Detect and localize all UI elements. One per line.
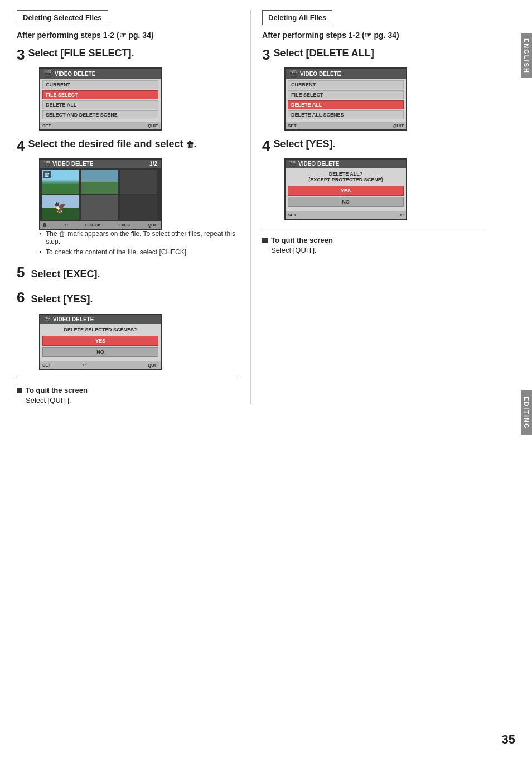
right-yes-button[interactable]: YES (288, 186, 404, 196)
footer-back2: ↩ (82, 363, 86, 368)
right-step4-text: Select [YES]. (273, 138, 335, 151)
left-step5-number: 5 (17, 264, 25, 281)
footer-quit: QUIT (148, 123, 158, 128)
r-footer-back: ↩ (400, 213, 404, 218)
menu-current: CURRENT (42, 80, 158, 89)
thumb-cell-5 (81, 195, 118, 220)
right-step3-screen-header: 🎬 VIDEO DELETE (286, 69, 406, 79)
square-icon (17, 388, 22, 393)
left-step5-text: Select [EXEC]. (31, 268, 100, 279)
right-after-steps: After performing steps 1-2 (☞ pg. 34) (262, 31, 485, 40)
left-to-quit: To quit the screen Select [QUIT]. (17, 386, 239, 404)
menu-file-select: FILE SELECT (42, 90, 158, 99)
left-step3-screen-footer: SET QUIT (40, 122, 161, 129)
right-to-quit: To quit the screen Select [QUIT]. (262, 236, 485, 254)
left-step6-footer: SET ↩ QUIT (40, 361, 161, 369)
left-section-title: Deleting Selected Files (17, 10, 108, 25)
dialog-delete-all: DELETE ALL? (EXCEPT PROTECTED SCENE) (288, 171, 404, 182)
editing-tab: EDITING (521, 390, 532, 435)
left-step3-screen-header: 🎬 VIDEO DELETE (40, 69, 161, 79)
r-footer-quit: QUIT (393, 123, 404, 128)
menu-delete-all: DELETE ALL (42, 100, 158, 109)
left-step4-text: Select the desired file and select 🗑. (28, 138, 196, 151)
right-step3-number: 3 (262, 47, 270, 62)
r-square-icon (262, 238, 268, 243)
footer-set2: SET (42, 363, 51, 368)
left-step3-number: 3 (17, 47, 25, 62)
right-step3-screen-footer: SET QUIT (286, 122, 406, 129)
right-step4-title: VIDEO DELETE (298, 161, 339, 167)
thumb-grid: 🗑 🦅 (40, 168, 161, 221)
footer-quit2: QUIT (148, 223, 158, 228)
left-step6-title: VIDEO DELETE (53, 316, 94, 322)
thumb-cell-3 (120, 170, 157, 194)
right-step3-screen: 🎬 VIDEO DELETE CURRENT FILE SELECT DELET… (284, 67, 407, 131)
right-to-quit-body: Select [QUIT]. (271, 246, 485, 254)
thumb-cell-6 (120, 195, 157, 220)
page-number: 35 (502, 732, 515, 747)
right-step4-number: 4 (262, 138, 270, 153)
left-step6: 6 Select [YES]. (17, 289, 239, 306)
right-step4: 4 Select [YES]. (262, 138, 485, 153)
left-step3-screen-title: VIDEO DELETE (55, 71, 95, 77)
right-step3-screen-body: CURRENT FILE SELECT DELETE ALL DELETE AL… (286, 79, 406, 122)
left-step6-screen: 🎬 VIDEO DELETE DELETE SELECTED SCENES? Y… (39, 314, 162, 370)
right-step4-header: 🎬 VIDEO DELETE (286, 160, 406, 168)
english-tab: ENGLISH (521, 33, 532, 78)
right-step4-screen: 🎬 VIDEO DELETE DELETE ALL? (EXCEPT PROTE… (284, 158, 407, 220)
left-yes-button[interactable]: YES (42, 336, 158, 346)
left-step3: 3 Select [FILE SELECT]. (17, 47, 239, 62)
left-step6-number: 6 (17, 289, 25, 306)
left-no-button[interactable]: NO (42, 347, 158, 357)
delete-mark-1: 🗑 (43, 171, 51, 178)
footer-trash-icon: 🗑 (42, 223, 47, 228)
video-icon: 🎬 (43, 70, 52, 78)
thumb-title: VIDEO DELETE (52, 161, 93, 167)
footer-back-icon: ↩ (64, 223, 68, 228)
right-step4-footer: SET ↩ (286, 211, 406, 219)
right-column: Deleting All Files After performing step… (251, 10, 485, 404)
left-step6-header: 🎬 VIDEO DELETE (40, 315, 161, 324)
video-icon3: 🎬 (43, 316, 50, 322)
r-menu-file-select: FILE SELECT (288, 90, 404, 99)
left-step4: 4 Select the desired file and select 🗑. (17, 138, 239, 153)
page-indicator: 1/2 (149, 161, 157, 167)
left-column: Deleting Selected Files After performing… (17, 10, 251, 404)
video-icon-r2: 🎬 (289, 161, 296, 167)
video-icon-r: 🎬 (289, 70, 297, 78)
right-no-button[interactable]: NO (288, 197, 404, 207)
footer-check: CHECK (85, 223, 101, 228)
left-after-steps: After performing steps 1-2 (☞ pg. 34) (17, 31, 239, 40)
right-to-quit-title: To quit the screen (262, 236, 485, 244)
right-step3-screen-title: VIDEO DELETE (300, 71, 341, 77)
right-divider (262, 228, 485, 228)
dialog-delete-selected: DELETE SELECTED SCENES? (42, 327, 158, 332)
r-footer-set2: SET (288, 213, 297, 218)
left-step4-number: 4 (17, 138, 25, 153)
left-step3-screen: 🎬 VIDEO DELETE CURRENT FILE SELECT DELET… (39, 67, 162, 131)
footer-quit3: QUIT (148, 363, 158, 368)
video-icon2: 🎬 (43, 161, 50, 167)
right-step4-body: DELETE ALL? (EXCEPT PROTECTED SCENE) YES… (286, 168, 406, 211)
left-step3-screen-body: CURRENT FILE SELECT DELETE ALL SELECT AN… (40, 79, 161, 122)
left-bullets: The 🗑 mark appears on the file. To selec… (39, 230, 239, 256)
r-footer-set: SET (288, 123, 297, 128)
right-step3-text: Select [DELETE ALL] (273, 47, 374, 60)
left-step4-screen-header: 🎬 VIDEO DELETE 1/2 (40, 160, 161, 168)
right-section-title: Deleting All Files (262, 10, 332, 25)
left-to-quit-title: To quit the screen (17, 386, 239, 394)
left-step6-text: Select [YES]. (31, 293, 93, 305)
left-to-quit-body: Select [QUIT]. (26, 396, 239, 404)
bullet-2: To check the content of the file, select… (39, 248, 239, 256)
thumb-cell-2 (81, 170, 118, 194)
right-step3: 3 Select [DELETE ALL] (262, 47, 485, 62)
thumb-cell-4: 🦅 (42, 195, 79, 220)
thumb-cell-1: 🗑 (42, 170, 79, 194)
footer-set: SET (42, 123, 51, 128)
left-divider (17, 378, 239, 378)
footer-exec: EXEC (118, 223, 130, 228)
r-menu-current: CURRENT (288, 80, 404, 89)
r-menu-delete-all-scenes: DELETE ALL SCENES (288, 110, 404, 119)
bullet-1: The 🗑 mark appears on the file. To selec… (39, 230, 239, 245)
left-step3-text: Select [FILE SELECT]. (28, 47, 134, 60)
